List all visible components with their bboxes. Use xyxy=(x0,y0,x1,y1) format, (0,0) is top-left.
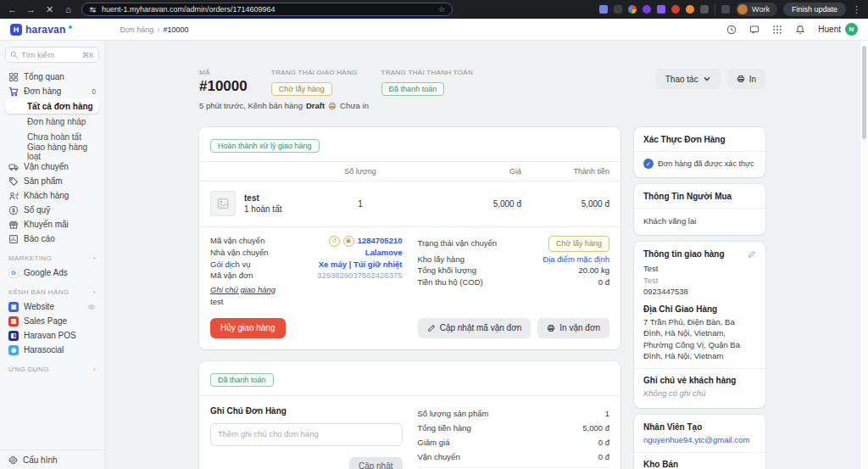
order-meta: 5 phút trước, Kênh bán hàng Draft Chưa i… xyxy=(199,101,765,110)
sidebar-item-website[interactable]: ▣ Website xyxy=(5,299,99,314)
browser-profile-chip[interactable]: Work xyxy=(736,3,777,16)
sidebar-item-label: Vận chuyển xyxy=(24,162,69,171)
users-icon xyxy=(8,191,19,201)
close-icon[interactable]: ✕ xyxy=(44,4,55,15)
print-label-button[interactable]: In vận đơn xyxy=(537,318,609,338)
order-note-input[interactable] xyxy=(210,423,403,446)
sidebar-item-sales-page[interactable]: ▤ Sales Page xyxy=(5,314,99,328)
actions-dropdown-button[interactable]: Thao tác xyxy=(656,69,721,89)
profile-label: Work xyxy=(752,5,770,14)
sidebar-item-products[interactable]: Sản phẩm xyxy=(5,174,99,188)
cancel-fulfillment-button[interactable]: Hủy giao hàng xyxy=(210,318,286,338)
extension-icon[interactable] xyxy=(643,5,651,14)
sidebar-search[interactable]: ⌘K xyxy=(5,47,99,63)
haravan-logo[interactable]: H haravan xyxy=(10,24,72,36)
sidebar-item-cashbook[interactable]: Sổ quỹ xyxy=(5,203,99,217)
summary-label: Tổng tiền hàng xyxy=(418,423,471,433)
edit-icon[interactable] xyxy=(748,250,756,259)
history-icon[interactable] xyxy=(726,25,737,35)
summary-value: 0 đ xyxy=(598,438,609,447)
address-bar[interactable]: huent-1.myharavan.com/admin/orders/17146… xyxy=(81,3,453,16)
bell-icon[interactable] xyxy=(795,25,805,35)
chrome-icon[interactable] xyxy=(628,5,637,14)
extension-icon[interactable] xyxy=(657,5,665,14)
haravan-pos-icon: ◧ xyxy=(8,331,19,341)
package-icon[interactable]: ▣ xyxy=(343,236,354,247)
user-menu[interactable]: Huent N xyxy=(818,23,858,36)
order-meta-text: 5 phút trước, Kênh bán hàng xyxy=(199,101,303,110)
tracking-code-link[interactable]: 3293829037562426375 xyxy=(317,271,402,282)
line-item-row: test 1 hoàn tất 1 5,000 đ 5,000 đ xyxy=(210,181,609,226)
warehouse-title: Kho Bán xyxy=(643,460,756,469)
sidebar-item-harasocial[interactable]: ◉ Harasocial xyxy=(5,343,99,357)
scrollbar[interactable] xyxy=(860,41,868,469)
tag-icon xyxy=(8,176,19,187)
sidebar-section-marketing[interactable]: MARKETING › xyxy=(8,254,96,262)
sidebar-item-customers[interactable]: Khách hàng xyxy=(5,188,99,203)
home-icon[interactable]: ⌂ xyxy=(63,4,74,14)
site-settings-icon[interactable] xyxy=(89,6,97,14)
back-icon[interactable]: ← xyxy=(7,4,18,14)
divider xyxy=(418,467,610,468)
breadcrumb-section[interactable]: Đơn hàng xyxy=(120,25,153,34)
delivery-note-label: Ghi chú giao hàng xyxy=(210,285,403,294)
sidebar-subitem-label: Giao hàng hàng loạt xyxy=(27,142,96,161)
cod-amount: 0 đ xyxy=(598,277,609,288)
search-shortcut: ⌘K xyxy=(82,51,94,59)
column-qty: Số lượng xyxy=(318,167,403,176)
feedback-icon[interactable] xyxy=(749,25,760,35)
address-title: Địa Chỉ Giao Hàng xyxy=(643,304,756,314)
staff-email-link[interactable]: nguyenhue94.ytc@gmail.com xyxy=(643,434,756,445)
pickup-location-link[interactable]: Địa điểm mặc định xyxy=(542,254,609,265)
recipient-phone: 0923447538 xyxy=(643,286,756,297)
delivery-note-value: test xyxy=(210,297,403,306)
extensions-puzzle-icon[interactable] xyxy=(700,5,709,14)
sidebar-item-orders[interactable]: Đơn hàng 0 xyxy=(5,84,99,98)
sidebar-item-label: Khách hàng xyxy=(24,191,69,200)
sidebar-item-shipping[interactable]: Vận chuyển xyxy=(5,159,99,174)
refresh-shipment-icon[interactable]: ↺ xyxy=(329,236,340,247)
sidebar-item-reports[interactable]: Báo cáo xyxy=(5,232,99,246)
carrier-link[interactable]: Lalamove xyxy=(365,248,403,259)
extension-icon[interactable] xyxy=(671,5,680,14)
shipment-id-link[interactable]: 1284705210 xyxy=(358,236,403,247)
order-note-heading: Ghi Chú Đơn Hàng xyxy=(210,406,403,416)
eye-icon[interactable] xyxy=(87,303,96,311)
sidepanel-icon[interactable] xyxy=(721,5,730,14)
update-tracking-button[interactable]: Cập nhật mã vận đơn xyxy=(418,318,531,338)
sidebar-item-draft-orders[interactable]: Đơn hàng nháp xyxy=(5,114,99,129)
forward-icon[interactable]: → xyxy=(25,4,36,14)
product-name[interactable]: test xyxy=(244,193,281,203)
divider xyxy=(715,4,715,14)
sidebar-nav: Tổng quan Đơn hàng 0 Tất cả đơn hàng Đơn… xyxy=(5,70,99,246)
update-note-button[interactable]: Cập nhật xyxy=(349,457,403,469)
line-total: 5,000 đ xyxy=(521,199,609,209)
sidebar-item-settings[interactable]: Cấu hình xyxy=(0,449,104,469)
search-input[interactable] xyxy=(21,50,79,59)
extension-icon[interactable] xyxy=(686,5,694,14)
scrollbar-thumb[interactable] xyxy=(862,46,866,139)
extension-row: Work Finish update ⋮ xyxy=(599,3,861,16)
sidebar-item-all-orders[interactable]: Tất cả đơn hàng xyxy=(5,98,99,114)
shipping-status-label: TRẠNG THÁI GIAO HÀNG xyxy=(271,69,358,76)
sidebar-item-bulk-shipping[interactable]: Giao hàng hàng loạt xyxy=(5,144,99,159)
summary-label: Vận chuyển xyxy=(418,452,460,461)
sidebar-item-promotions[interactable]: Khuyến mãi xyxy=(5,217,99,232)
sidebar-item-google-ads[interactable]: G Google Ads xyxy=(5,265,99,280)
extension-icon[interactable] xyxy=(614,5,622,14)
field-label: Mã vận đơn xyxy=(210,271,253,282)
verify-card: Xác Thực Đơn Hàng ✓ Đơn hàng đã được xác… xyxy=(634,127,765,177)
print-button[interactable]: In xyxy=(727,69,765,89)
browser-menu-icon[interactable]: ⋮ xyxy=(852,4,861,15)
bookmark-star-icon[interactable]: ☆ xyxy=(438,5,445,14)
apps-grid-icon[interactable] xyxy=(772,25,782,35)
service-package-link[interactable]: Xe máy | Túi giữ nhiệt xyxy=(319,260,403,271)
sidebar-section-channels[interactable]: KÊNH BÁN HÀNG › xyxy=(8,288,96,296)
sidebar-section-apps[interactable]: ỨNG DỤNG › xyxy=(8,366,96,373)
harasocial-icon: ◉ xyxy=(8,345,19,355)
finish-update-button[interactable]: Finish update xyxy=(783,3,846,16)
url-text[interactable]: huent-1.myharavan.com/admin/orders/17146… xyxy=(102,5,275,14)
sidebar-item-haravan-pos[interactable]: ◧ Haravan POS xyxy=(5,328,99,343)
extension-icon[interactable] xyxy=(599,5,608,14)
sidebar-item-overview[interactable]: Tổng quan xyxy=(5,70,99,84)
